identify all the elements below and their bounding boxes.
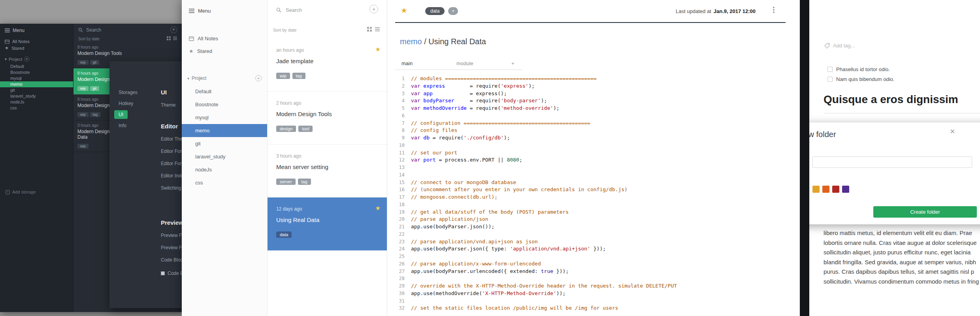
dark-folder-item[interactable]: mysql bbox=[0, 75, 73, 81]
color-swatch-3[interactable] bbox=[832, 186, 839, 193]
dark-folder-item[interactable]: nodeJs bbox=[0, 99, 73, 105]
dark-search-box[interactable] bbox=[78, 27, 129, 33]
code-text: // parse application/vnd.api+json as jso… bbox=[411, 238, 538, 246]
dark-folder-item[interactable]: Boostnote bbox=[0, 70, 73, 75]
code-line: 13 bbox=[387, 164, 800, 171]
grid-view-icon[interactable] bbox=[367, 27, 372, 32]
code-line: 2var express = require('express'); bbox=[387, 83, 800, 90]
dark-folder-item[interactable]: css bbox=[0, 105, 73, 111]
paragraph-line: lobortis ornare nulla. Cras vitae augue … bbox=[824, 238, 980, 248]
dark-folder-item[interactable]: git bbox=[0, 87, 73, 93]
search-box[interactable] bbox=[276, 7, 352, 13]
code-line: 1// modules ============================… bbox=[387, 75, 800, 83]
code-text: // get all data/stuff of the body (POST)… bbox=[411, 209, 569, 216]
note-time: an hours ago bbox=[276, 47, 304, 53]
close-icon[interactable]: × bbox=[950, 127, 955, 136]
last-updated-value: Jan.9, 2017 12:00 bbox=[714, 8, 756, 14]
list-view-icon[interactable] bbox=[173, 36, 177, 40]
sidebar-folder-laravel_study[interactable]: laravel_study bbox=[182, 150, 267, 163]
project-header[interactable]: ▾ Project + bbox=[187, 75, 262, 81]
settings-nav-ui[interactable]: UI bbox=[114, 110, 128, 119]
note-list-item[interactable]: 2 hours agoModern Design Toolsdesigntool bbox=[268, 92, 387, 145]
add-tag-field[interactable]: Add tag... bbox=[824, 43, 855, 49]
search-icon bbox=[78, 28, 83, 32]
preview-heading: Quisque a eros dignissim bbox=[824, 93, 980, 113]
settings-nav-info[interactable]: Info bbox=[114, 121, 131, 130]
paragraph-line: libero mattis metus, id elementum velit … bbox=[824, 228, 980, 238]
dark-folder-item[interactable]: memo bbox=[0, 81, 73, 87]
note-list-item[interactable]: 3 hours agoMean server settingservertag bbox=[268, 145, 387, 198]
star-icon: ★ bbox=[5, 45, 9, 51]
sidebar-folder-mysql[interactable]: mysql bbox=[182, 111, 267, 124]
dark-folder-item[interactable]: laravel_study bbox=[0, 93, 73, 99]
sidebar-folder-css[interactable]: css bbox=[182, 176, 267, 189]
sidebar-folder-nodeJs[interactable]: nodeJs bbox=[182, 163, 267, 176]
code-line: 19// get all data/stuff of the body (POS… bbox=[387, 209, 800, 216]
new-note-button[interactable]: + bbox=[369, 5, 378, 13]
new-tab-button[interactable]: + bbox=[505, 58, 521, 70]
dark-add-storage-button[interactable]: + Add storage bbox=[6, 190, 36, 194]
folder-name-input[interactable] bbox=[812, 156, 972, 168]
note-time: 3 hours ago bbox=[276, 153, 301, 159]
menu-button[interactable]: Menu bbox=[189, 8, 211, 14]
sidebar-folder-Default[interactable]: Default bbox=[182, 85, 267, 98]
more-options-icon[interactable] bbox=[773, 7, 775, 8]
note-list-item[interactable]: an hours ago★Jade templatewiptag bbox=[268, 39, 387, 92]
notes-box-icon bbox=[5, 40, 9, 44]
code-line: 17// mongoose.connect(db.url); bbox=[387, 194, 800, 201]
checkbox-icon[interactable] bbox=[827, 77, 833, 82]
checkbox-icon[interactable] bbox=[827, 67, 833, 72]
code-text: // connect to our mongoDB database bbox=[411, 179, 516, 186]
code-line: 12var port = process.env.PORT || 8080; bbox=[387, 156, 800, 164]
all-notes-label: All Notes bbox=[198, 36, 218, 41]
dark-folder-item[interactable]: Default bbox=[0, 64, 73, 70]
line-number: 17 bbox=[387, 194, 411, 201]
dark-starred-item[interactable]: ★ Stared bbox=[5, 45, 24, 51]
sidebar-folder-git[interactable]: git bbox=[182, 137, 267, 150]
note-star-toggle[interactable]: ★ bbox=[401, 6, 407, 15]
add-folder-button[interactable]: + bbox=[255, 75, 262, 81]
dark-search-input[interactable] bbox=[85, 27, 129, 33]
code-text: var db = require('./config/db'); bbox=[411, 134, 510, 142]
list-view-icon[interactable] bbox=[375, 27, 380, 32]
note-title: Mean server setting bbox=[276, 164, 328, 170]
code-line: 16// (uncomment after you enter in your … bbox=[387, 186, 800, 194]
code-line: 20// parse application/json bbox=[387, 216, 800, 223]
settings-nav-storages[interactable]: Storages bbox=[114, 88, 142, 97]
sidebar-item-starred[interactable]: ★ Stared bbox=[189, 48, 212, 54]
tab-main[interactable]: main bbox=[395, 58, 450, 70]
code-line: 7// configuration ======================… bbox=[387, 120, 800, 127]
line-number: 21 bbox=[387, 223, 411, 231]
line-number: 11 bbox=[387, 149, 411, 157]
color-swatch-4[interactable] bbox=[842, 186, 849, 193]
dark-new-note-button[interactable]: + bbox=[170, 26, 177, 33]
note-list-panel: + Sort by date an hours ago★Jade templat… bbox=[268, 0, 387, 316]
add-tag-button[interactable]: + bbox=[448, 7, 458, 15]
project-label: Project bbox=[192, 75, 206, 81]
color-swatch-1[interactable] bbox=[812, 186, 820, 193]
color-swatch-2[interactable] bbox=[822, 186, 829, 193]
code-area[interactable]: 1// modules ============================… bbox=[387, 75, 800, 316]
search-input[interactable] bbox=[285, 7, 352, 13]
code-text: app.use(bodyParser.json()); bbox=[411, 223, 494, 231]
code-text: var express = require('express'); bbox=[411, 83, 535, 90]
create-folder-button[interactable]: Create folder bbox=[873, 206, 977, 218]
dark-menu-button[interactable]: Menu bbox=[5, 28, 24, 33]
line-number: 16 bbox=[387, 186, 411, 194]
sidebar-folder-memo[interactable]: memo bbox=[182, 124, 267, 137]
settings-nav-hotkey[interactable]: Hotkey bbox=[114, 99, 138, 108]
sidebar-item-all-notes[interactable]: All Notes bbox=[189, 36, 218, 41]
preview-paragraph: libero mattis metus, id elementum velit … bbox=[824, 228, 980, 286]
sidebar: Menu All Notes ★ Stared ▾ Project + Defa… bbox=[182, 0, 268, 316]
add-folder-icon[interactable]: + bbox=[24, 56, 29, 62]
note-list-item[interactable]: 12 days ago★Using Real Datadata bbox=[268, 198, 387, 250]
dark-project-header[interactable]: ▾ Project + bbox=[5, 56, 29, 62]
dark-all-notes-item[interactable]: All Notes bbox=[5, 39, 30, 44]
sidebar-folder-Boostnote[interactable]: Boostnote bbox=[182, 98, 267, 111]
tag-pill: tag bbox=[292, 73, 305, 79]
grid-view-icon[interactable] bbox=[167, 36, 171, 40]
code-text: // configuration =======================… bbox=[411, 120, 590, 127]
notes-box-icon bbox=[189, 36, 194, 41]
tab-module[interactable]: module bbox=[450, 58, 505, 70]
line-number: 20 bbox=[387, 216, 411, 223]
